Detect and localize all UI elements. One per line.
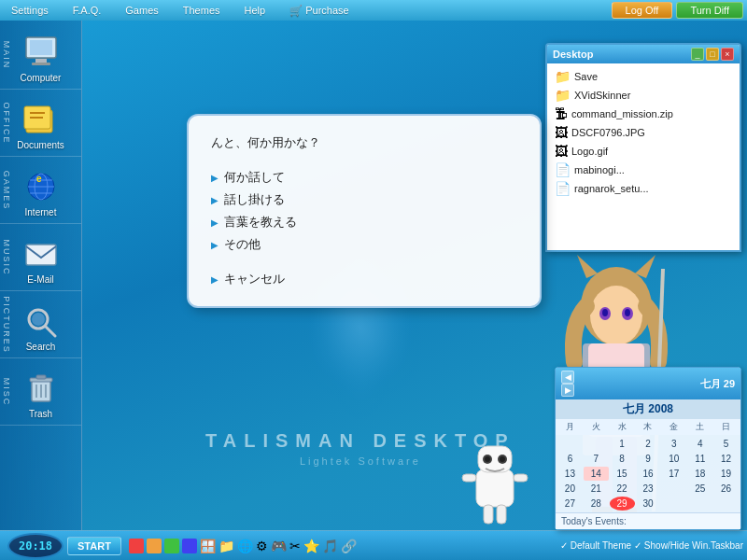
sidebar-section-misc: MISC Trash	[0, 358, 81, 426]
cal-day-cell[interactable]: 23	[636, 482, 661, 496]
start-button[interactable]: START	[67, 537, 121, 555]
dialog-option-4[interactable]: ▶ その他	[211, 233, 517, 256]
cal-day-cell[interactable]: 22	[610, 482, 635, 496]
arrow-icon-1: ▶	[211, 173, 218, 183]
window-close-button[interactable]: ×	[721, 48, 734, 61]
sidebar-item-email[interactable]: E-Mail	[11, 230, 71, 287]
taskbar-icon-windows[interactable]: 🪟	[200, 539, 216, 553]
cal-day-cell[interactable]: 3	[661, 437, 686, 451]
cal-day-cell[interactable]: 30	[636, 497, 661, 511]
dialog-option-1[interactable]: ▶ 何か話して	[211, 166, 517, 189]
svg-rect-2	[35, 59, 47, 63]
turndiff-button[interactable]: Turn Diff	[676, 2, 743, 19]
svg-rect-51	[497, 505, 506, 524]
file-item[interactable]: 🖼Logo.gif	[551, 142, 736, 161]
cal-day-cell[interactable]: 28	[584, 497, 609, 511]
menu-themes[interactable]: Themes	[172, 3, 232, 19]
taskbar-icon-game[interactable]: 🎮	[271, 539, 287, 553]
cal-day-cell[interactable]: 20	[557, 482, 583, 496]
taskbar-icon-settings[interactable]: ⚙	[256, 539, 268, 553]
cal-day-cell[interactable]: 8	[610, 452, 635, 466]
taskbar-color-1	[129, 539, 144, 553]
cal-day-cell[interactable]: 25	[687, 482, 712, 496]
cal-next-button[interactable]: ▶	[561, 384, 574, 397]
file-icon: 📄	[555, 162, 571, 177]
cal-prev-button[interactable]: ◀	[561, 371, 574, 384]
cal-day-cell[interactable]: 26	[713, 482, 739, 496]
cal-day-cell[interactable]: 29	[610, 497, 635, 511]
file-icon: 📁	[555, 88, 571, 103]
dialog-cancel[interactable]: ▶ キャンセル	[211, 271, 517, 287]
menu-settings[interactable]: Settings	[0, 3, 60, 19]
taskbar-icon-star[interactable]: ⭐	[303, 539, 319, 553]
trash-label: Trash	[29, 409, 52, 419]
taskbar-icon-web[interactable]: 🔗	[341, 539, 357, 553]
dialog-option-2[interactable]: ▶ 話し掛ける	[211, 189, 517, 211]
search-icon	[19, 302, 63, 340]
calendar-events: Today's Events:	[556, 512, 740, 529]
file-icon: 🖼	[555, 144, 568, 159]
calendar-days-header: 月火水木金土日	[556, 419, 740, 435]
logoff-button[interactable]: Log Off	[612, 2, 673, 19]
sidebar-item-trash[interactable]: Trash	[11, 364, 71, 421]
file-item[interactable]: 📁XVidSkinner	[551, 86, 736, 105]
cal-day-cell[interactable]: 16	[636, 467, 661, 481]
file-item[interactable]: 📁Save	[551, 67, 736, 86]
cal-day-cell[interactable]: 1	[610, 437, 635, 451]
cal-day-cell[interactable]: 6	[557, 452, 583, 466]
svg-rect-7	[30, 117, 43, 119]
cal-day-cell[interactable]: 18	[687, 467, 712, 481]
cal-day-cell[interactable]: 17	[661, 467, 686, 481]
menu-purchase[interactable]: 🛒 Purchase	[278, 3, 360, 19]
calendar-header: ◀ ▶ 七月 29	[556, 368, 740, 399]
sidebar-item-search[interactable]: Search	[11, 297, 71, 354]
taskbar-icon-ie[interactable]: 🌐	[237, 539, 253, 553]
sidebar-item-documents[interactable]: Documents	[9, 95, 72, 152]
svg-rect-48	[462, 474, 476, 482]
email-label: E-Mail	[27, 274, 53, 285]
svg-point-33	[602, 309, 608, 316]
cal-day-cell[interactable]: 27	[557, 497, 583, 511]
dialog-option-3[interactable]: ▶ 言葉を教える	[211, 211, 517, 233]
arrow-icon-4: ▶	[211, 240, 218, 250]
top-menu-bar: Settings F.A.Q. Games Themes Help 🛒 Purc…	[0, 0, 747, 21]
cal-day-cell[interactable]: 5	[713, 437, 739, 451]
cal-day-cell[interactable]: 19	[713, 467, 739, 481]
cal-day-cell	[557, 437, 583, 451]
file-item[interactable]: 📄mabinogi...	[551, 161, 736, 179]
taskbar-icon-music[interactable]: 🎵	[322, 539, 338, 553]
cal-day-cell[interactable]: 12	[713, 452, 739, 466]
cal-day-cell[interactable]: 10	[661, 452, 686, 466]
menu-faq[interactable]: F.A.Q.	[62, 3, 113, 19]
sidebar-tag-games: GAMES	[2, 170, 11, 210]
cal-day-cell[interactable]: 2	[636, 437, 661, 451]
cal-day-cell[interactable]: 9	[636, 452, 661, 466]
menu-games[interactable]: Games	[114, 3, 169, 19]
file-list: 📁Save📁XVidSkinner🗜command_mission.zip🖼DS…	[547, 63, 740, 250]
cal-day-cell[interactable]: 7	[584, 452, 609, 466]
sidebar-item-computer[interactable]: Computer	[11, 28, 71, 85]
file-item[interactable]: 🖼DSCF0796.JPG	[551, 123, 736, 142]
cal-day-cell[interactable]: 15	[610, 467, 635, 481]
taskbar-icon-scissors[interactable]: ✂	[289, 539, 301, 553]
svg-text:e: e	[36, 174, 42, 184]
cal-day-header: 日	[712, 420, 739, 434]
window-maximize-button[interactable]: □	[706, 48, 719, 61]
sidebar-item-internet[interactable]: e Internet	[11, 162, 71, 219]
dialog-question: んと、何か用かな？	[211, 134, 517, 151]
window-minimize-button[interactable]: _	[691, 48, 704, 61]
arrow-icon-cancel: ▶	[211, 274, 218, 285]
cal-day-cell[interactable]: 4	[687, 437, 712, 451]
taskbar-icon-explorer[interactable]: 📁	[218, 539, 234, 553]
cal-day-cell[interactable]: 21	[584, 482, 609, 496]
default-theme-label: ✓ Default Theme	[560, 540, 631, 551]
cal-day-cell[interactable]: 11	[687, 452, 712, 466]
sidebar-section-office: OFFICE Documents	[0, 90, 81, 157]
file-item[interactable]: 📄ragnarok_setu...	[551, 179, 736, 198]
taskbar-color-2	[147, 539, 162, 553]
cal-day-cell[interactable]: 13	[557, 467, 583, 481]
file-item[interactable]: 🗜command_mission.zip	[551, 105, 736, 123]
menu-help[interactable]: Help	[233, 3, 277, 19]
clock-display: 20:18	[7, 533, 63, 559]
cal-day-cell[interactable]: 14	[584, 467, 609, 481]
